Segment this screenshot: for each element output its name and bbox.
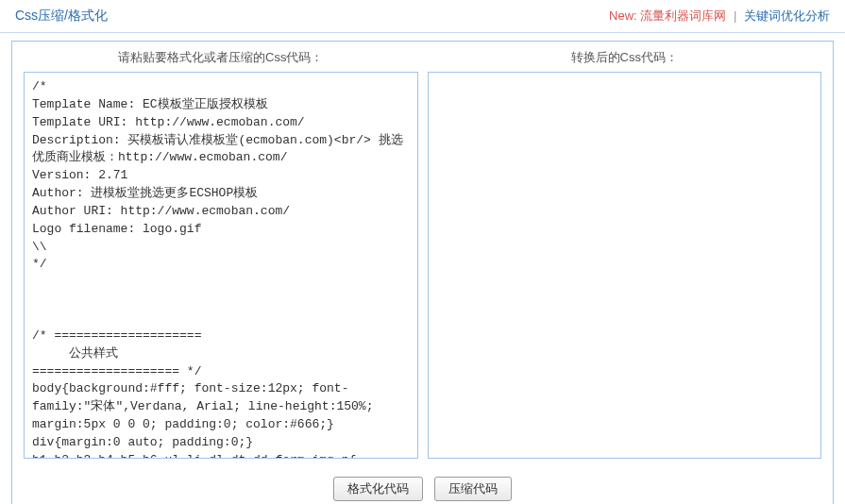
separator: | [734,8,736,23]
input-css-textarea[interactable] [24,72,418,459]
left-title: 请粘贴要格式化或者压缩的Css代码： [118,49,323,66]
format-button[interactable]: 格式化代码 [333,477,423,501]
top-right-links: New: 流量利器词库网 | 关键词优化分析 [609,8,830,25]
right-column: 转换后的Css代码： [428,49,822,462]
compress-button[interactable]: 压缩代码 [434,477,512,501]
left-column: 请粘贴要格式化或者压缩的Css代码： [24,49,418,462]
button-row: 格式化代码 压缩代码 [12,477,833,501]
link-keyword-analysis[interactable]: 关键词优化分析 [744,8,830,23]
page-title: Css压缩/格式化 [15,8,108,25]
right-title: 转换后的Css代码： [571,49,678,66]
top-bar: Css压缩/格式化 New: 流量利器词库网 | 关键词优化分析 [0,0,845,33]
columns: 请粘贴要格式化或者压缩的Css代码： 转换后的Css代码： [12,42,833,473]
left-textarea-wrap [24,72,418,462]
right-textarea-wrap [428,72,822,462]
output-css-textarea[interactable] [428,72,822,459]
new-label: New: [609,8,637,23]
main-container: 请粘贴要格式化或者压缩的Css代码： 转换后的Css代码： 格式化代码 压缩代码 [11,41,834,504]
link-traffic-tool[interactable]: 流量利器词库网 [640,8,726,23]
